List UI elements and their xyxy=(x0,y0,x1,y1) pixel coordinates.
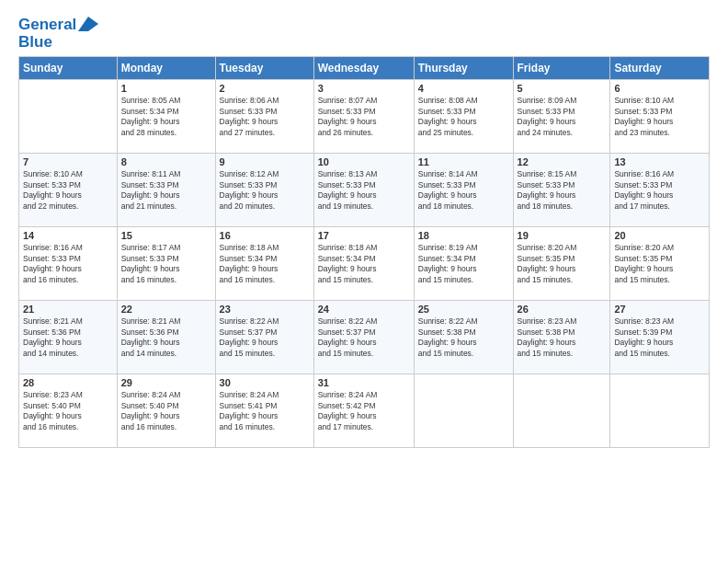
calendar-cell: 1Sunrise: 8:05 AM Sunset: 5:34 PM Daylig… xyxy=(117,80,215,154)
day-info: Sunrise: 8:24 AM Sunset: 5:42 PM Dayligh… xyxy=(318,390,410,432)
calendar-cell: 31Sunrise: 8:24 AM Sunset: 5:42 PM Dayli… xyxy=(313,374,414,448)
day-info: Sunrise: 8:18 AM Sunset: 5:34 PM Dayligh… xyxy=(220,243,310,285)
calendar-cell: 10Sunrise: 8:13 AM Sunset: 5:33 PM Dayli… xyxy=(313,154,414,227)
day-number: 15 xyxy=(121,230,211,241)
calendar-cell: 19Sunrise: 8:20 AM Sunset: 5:35 PM Dayli… xyxy=(513,227,610,301)
logo-general: General xyxy=(18,17,76,34)
header-monday: Monday xyxy=(117,57,215,80)
calendar-cell: 29Sunrise: 8:24 AM Sunset: 5:40 PM Dayli… xyxy=(117,374,215,448)
calendar-cell: 5Sunrise: 8:09 AM Sunset: 5:33 PM Daylig… xyxy=(513,80,610,154)
day-info: Sunrise: 8:22 AM Sunset: 5:37 PM Dayligh… xyxy=(220,316,310,359)
day-number: 30 xyxy=(220,377,310,388)
day-info: Sunrise: 8:11 AM Sunset: 5:33 PM Dayligh… xyxy=(121,169,211,212)
week-row-3: 14Sunrise: 8:16 AM Sunset: 5:33 PM Dayli… xyxy=(19,227,710,301)
page: General Blue SundayMondayTuesdayWednesda… xyxy=(0,0,728,563)
day-info: Sunrise: 8:10 AM Sunset: 5:33 PM Dayligh… xyxy=(23,169,113,212)
header-tuesday: Tuesday xyxy=(215,57,313,80)
day-info: Sunrise: 8:17 AM Sunset: 5:33 PM Dayligh… xyxy=(121,243,211,285)
calendar-cell: 25Sunrise: 8:22 AM Sunset: 5:38 PM Dayli… xyxy=(414,301,513,374)
week-row-4: 21Sunrise: 8:21 AM Sunset: 5:36 PM Dayli… xyxy=(19,301,710,374)
day-number: 11 xyxy=(418,156,509,167)
day-number: 1 xyxy=(121,83,211,94)
calendar-cell: 26Sunrise: 8:23 AM Sunset: 5:38 PM Dayli… xyxy=(513,301,610,374)
day-number: 14 xyxy=(23,230,113,241)
day-info: Sunrise: 8:08 AM Sunset: 5:33 PM Dayligh… xyxy=(418,96,509,138)
calendar-cell: 4Sunrise: 8:08 AM Sunset: 5:33 PM Daylig… xyxy=(414,80,513,154)
day-info: Sunrise: 8:05 AM Sunset: 5:34 PM Dayligh… xyxy=(121,96,211,138)
calendar-cell: 22Sunrise: 8:21 AM Sunset: 5:36 PM Dayli… xyxy=(117,301,215,374)
day-number: 2 xyxy=(220,83,310,94)
day-info: Sunrise: 8:22 AM Sunset: 5:37 PM Dayligh… xyxy=(318,316,410,359)
calendar-cell: 18Sunrise: 8:19 AM Sunset: 5:34 PM Dayli… xyxy=(414,227,513,301)
header-wednesday: Wednesday xyxy=(313,57,414,80)
day-number: 21 xyxy=(23,304,113,315)
calendar-cell: 11Sunrise: 8:14 AM Sunset: 5:33 PM Dayli… xyxy=(414,154,513,227)
day-info: Sunrise: 8:19 AM Sunset: 5:34 PM Dayligh… xyxy=(418,243,509,285)
day-info: Sunrise: 8:18 AM Sunset: 5:34 PM Dayligh… xyxy=(318,243,410,285)
day-info: Sunrise: 8:20 AM Sunset: 5:35 PM Dayligh… xyxy=(614,243,705,285)
day-number: 12 xyxy=(518,156,607,167)
day-info: Sunrise: 8:07 AM Sunset: 5:33 PM Dayligh… xyxy=(318,96,410,138)
day-number: 29 xyxy=(121,377,211,388)
day-info: Sunrise: 8:23 AM Sunset: 5:38 PM Dayligh… xyxy=(518,316,607,359)
day-number: 10 xyxy=(318,156,410,167)
day-info: Sunrise: 8:24 AM Sunset: 5:40 PM Dayligh… xyxy=(121,390,211,432)
day-info: Sunrise: 8:10 AM Sunset: 5:33 PM Dayligh… xyxy=(614,96,705,138)
day-info: Sunrise: 8:23 AM Sunset: 5:40 PM Dayligh… xyxy=(23,390,113,432)
week-row-2: 7Sunrise: 8:10 AM Sunset: 5:33 PM Daylig… xyxy=(19,154,710,227)
day-number: 28 xyxy=(23,377,113,388)
day-info: Sunrise: 8:21 AM Sunset: 5:36 PM Dayligh… xyxy=(121,316,211,359)
calendar-cell xyxy=(610,374,710,448)
day-info: Sunrise: 8:12 AM Sunset: 5:33 PM Dayligh… xyxy=(220,169,310,212)
header-saturday: Saturday xyxy=(610,57,710,80)
calendar-cell: 24Sunrise: 8:22 AM Sunset: 5:37 PM Dayli… xyxy=(313,301,414,374)
day-info: Sunrise: 8:24 AM Sunset: 5:41 PM Dayligh… xyxy=(220,390,310,432)
week-row-1: 1Sunrise: 8:05 AM Sunset: 5:34 PM Daylig… xyxy=(19,80,710,154)
day-info: Sunrise: 8:16 AM Sunset: 5:33 PM Dayligh… xyxy=(23,243,113,285)
calendar-cell xyxy=(513,374,610,448)
calendar-cell: 28Sunrise: 8:23 AM Sunset: 5:40 PM Dayli… xyxy=(19,374,118,448)
calendar-cell: 3Sunrise: 8:07 AM Sunset: 5:33 PM Daylig… xyxy=(313,80,414,154)
calendar-cell: 9Sunrise: 8:12 AM Sunset: 5:33 PM Daylig… xyxy=(215,154,313,227)
calendar-cell: 2Sunrise: 8:06 AM Sunset: 5:33 PM Daylig… xyxy=(215,80,313,154)
day-info: Sunrise: 8:23 AM Sunset: 5:39 PM Dayligh… xyxy=(614,316,705,359)
day-number: 16 xyxy=(220,230,310,241)
day-number: 24 xyxy=(318,304,410,315)
calendar-cell: 16Sunrise: 8:18 AM Sunset: 5:34 PM Dayli… xyxy=(215,227,313,301)
calendar-cell: 30Sunrise: 8:24 AM Sunset: 5:41 PM Dayli… xyxy=(215,374,313,448)
header-friday: Friday xyxy=(513,57,610,80)
day-number: 17 xyxy=(318,230,410,241)
calendar-cell: 7Sunrise: 8:10 AM Sunset: 5:33 PM Daylig… xyxy=(19,154,118,227)
logo: General Blue xyxy=(18,17,98,51)
day-number: 8 xyxy=(121,156,211,167)
header: General Blue xyxy=(18,17,710,51)
day-number: 13 xyxy=(614,156,705,167)
day-info: Sunrise: 8:22 AM Sunset: 5:38 PM Dayligh… xyxy=(418,316,509,359)
day-number: 31 xyxy=(318,377,410,388)
calendar-cell xyxy=(414,374,513,448)
calendar-cell: 21Sunrise: 8:21 AM Sunset: 5:36 PM Dayli… xyxy=(19,301,118,374)
day-info: Sunrise: 8:15 AM Sunset: 5:33 PM Dayligh… xyxy=(518,169,607,212)
day-number: 25 xyxy=(418,304,509,315)
day-number: 20 xyxy=(614,230,705,241)
calendar-cell: 12Sunrise: 8:15 AM Sunset: 5:33 PM Dayli… xyxy=(513,154,610,227)
day-info: Sunrise: 8:16 AM Sunset: 5:33 PM Dayligh… xyxy=(614,169,705,212)
day-number: 3 xyxy=(318,83,410,94)
header-sunday: Sunday xyxy=(19,57,118,80)
day-info: Sunrise: 8:21 AM Sunset: 5:36 PM Dayligh… xyxy=(23,316,113,359)
calendar-cell: 17Sunrise: 8:18 AM Sunset: 5:34 PM Dayli… xyxy=(313,227,414,301)
day-number: 26 xyxy=(518,304,607,315)
day-number: 19 xyxy=(518,230,607,241)
day-info: Sunrise: 8:20 AM Sunset: 5:35 PM Dayligh… xyxy=(518,243,607,285)
svg-marker-0 xyxy=(78,17,98,31)
calendar-cell xyxy=(19,80,118,154)
day-number: 27 xyxy=(614,304,705,315)
logo-blue: Blue xyxy=(18,34,98,52)
calendar-cell: 20Sunrise: 8:20 AM Sunset: 5:35 PM Dayli… xyxy=(610,227,710,301)
header-row: SundayMondayTuesdayWednesdayThursdayFrid… xyxy=(19,57,710,80)
calendar-cell: 6Sunrise: 8:10 AM Sunset: 5:33 PM Daylig… xyxy=(610,80,710,154)
week-row-5: 28Sunrise: 8:23 AM Sunset: 5:40 PM Dayli… xyxy=(19,374,710,448)
calendar-cell: 14Sunrise: 8:16 AM Sunset: 5:33 PM Dayli… xyxy=(19,227,118,301)
calendar-cell: 8Sunrise: 8:11 AM Sunset: 5:33 PM Daylig… xyxy=(117,154,215,227)
day-number: 4 xyxy=(418,83,509,94)
